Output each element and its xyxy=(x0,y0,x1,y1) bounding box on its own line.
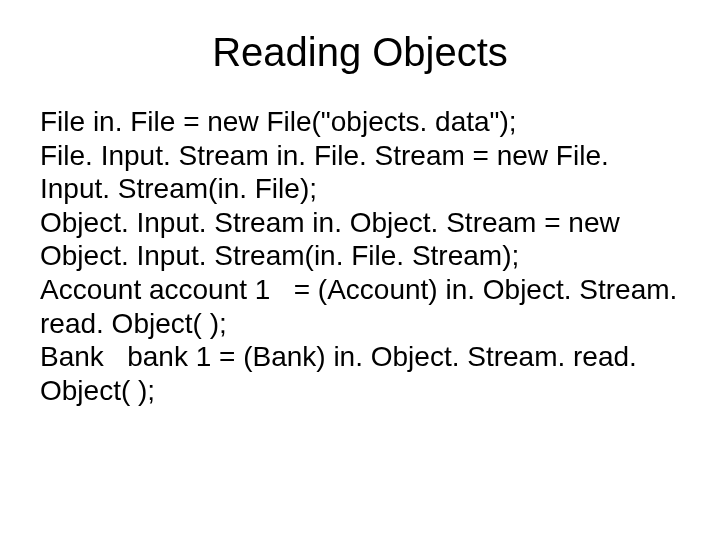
slide-title: Reading Objects xyxy=(40,30,680,75)
slide: Reading Objects File in. File = new File… xyxy=(0,0,720,540)
slide-body: File in. File = new File("objects. data"… xyxy=(40,105,680,407)
